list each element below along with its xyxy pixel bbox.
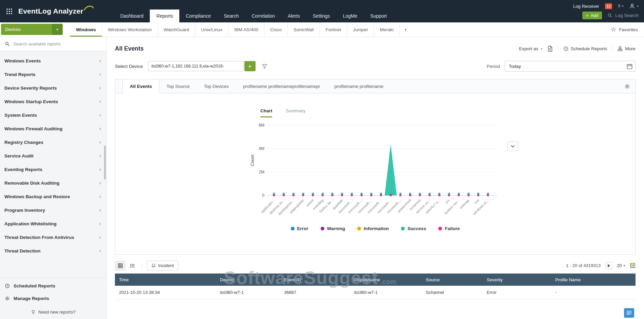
legend-dot-failure [438,227,442,230]
sidebar-item-windows-firewall-auditing[interactable]: Windows Firewall Auditing› [0,122,106,135]
sidebar-item-threat-detection-from-antivirus[interactable]: Threat Detection From Antivirus› [0,230,106,244]
nav-item-correlation[interactable]: Correlation [245,10,281,22]
scheduled-reports-link[interactable]: Scheduled Reports [0,280,106,292]
report-tab-top-devices[interactable]: Top Devices [197,79,236,93]
view-tab-summary[interactable]: Summary [286,108,305,117]
report-search [0,37,106,51]
column-header-source[interactable]: Source [422,274,483,286]
report-search-input[interactable] [13,41,102,46]
sidebar-item-label: Program Inventory [4,208,45,213]
next-page-button[interactable] [605,262,612,269]
notification-badge[interactable]: 13 [605,3,612,9]
sidebar-item-threat-detection[interactable]: Threat Detection› [0,244,106,258]
nav-item-alerts[interactable]: Alerts [281,10,306,22]
device-tab-meraki[interactable]: Meraki [374,22,400,37]
column-header-event-id[interactable]: Event ID [280,274,350,286]
device-tab-windows[interactable]: Windows [70,22,102,37]
period-value: Today [509,64,521,69]
device-tab-cisco[interactable]: Cisco [264,22,287,37]
export-document-icon[interactable] [547,46,553,52]
column-header-profile-name[interactable]: Profile Name [551,274,636,286]
legend-label: Failure [445,226,460,231]
sidebar-item-windows-events[interactable]: Windows Events› [0,54,106,68]
device-tab-sonicwall[interactable]: SonicWall [287,22,320,37]
table-cell: itsl360-w7-1 [350,286,422,299]
column-settings-icon[interactable] [630,263,636,268]
add-device-button[interactable]: + [244,61,256,71]
list-view-button[interactable] [127,261,138,270]
device-tab-unix-linux[interactable]: Unix/Linux [195,22,228,37]
legend-item-information[interactable]: Information [357,226,389,231]
favorites-button[interactable]: Favorites [611,22,644,37]
nav-item-reports[interactable]: Reports [150,10,179,22]
select-device-label: Select Device [115,64,143,69]
sidebar-item-removable-disk-auditing[interactable]: Removable Disk Auditing› [0,176,106,190]
log-receiver-link[interactable]: Log Receiver [573,4,599,9]
device-tab-ibm-as-400[interactable]: IBM AS/400 [228,22,264,37]
chat-button[interactable] [624,308,634,318]
add-button[interactable]: + Add [582,12,602,19]
column-header-time[interactable]: Time [115,274,216,286]
legend-item-failure[interactable]: Failure [438,226,460,231]
chevron-down-icon [511,145,515,148]
sidebar-item-application-whitelisting[interactable]: Application Whitelisting› [0,217,106,230]
filter-funnel-icon[interactable] [262,63,267,69]
sidebar-item-trend-reports[interactable]: Trend Reports› [0,68,106,81]
report-settings-gear-icon[interactable] [624,83,630,89]
table-cell: itsl360-w7-1 [216,286,280,299]
export-as-button[interactable]: Export as ▾ [519,46,542,51]
chart-options-dropdown[interactable] [507,142,518,151]
sidebar-scrollbar[interactable] [104,146,106,180]
devices-dropdown-button[interactable]: Devices ▾ [1,24,63,35]
more-button[interactable]: More [618,46,636,51]
app-launcher-icon[interactable] [0,0,18,22]
legend-item-error[interactable]: Error [291,226,308,231]
clock-icon [5,283,10,288]
legend-item-success[interactable]: Success [401,226,426,231]
select-device-input[interactable] [148,61,243,71]
report-tab-profilename-profilenameprofilenamepr[interactable]: profilename profilenameprofilenamepr [236,79,327,93]
sidebar-item-windows-backup-and-restore[interactable]: Windows Backup and Restore› [0,190,106,203]
sidebar-item-service-audit[interactable]: Service Audit› [0,149,106,163]
column-header-device[interactable]: Device [216,274,280,286]
nav-item-settings[interactable]: Settings [306,10,337,22]
nav-item-search[interactable]: Search [217,10,245,22]
sidebar-item-program-inventory[interactable]: Program Inventory› [0,203,106,217]
help-menu[interactable]: ? ▾ [618,4,624,9]
report-tab-all-events[interactable]: All Events [122,79,159,93]
sidebar-item-device-severity-reports[interactable]: Device Severity Reports› [0,81,106,95]
log-search-button[interactable]: Log Search [607,13,639,18]
sidebar-item-windows-startup-events[interactable]: Windows Startup Events› [0,95,106,108]
view-tab-chart[interactable]: Chart [260,108,272,117]
user-menu[interactable]: ▾ [629,3,639,9]
need-new-reports-link[interactable]: Need new reports? [0,305,106,319]
table-row[interactable]: 2021-10-20 13:38:34itsl360-w7-136887itsl… [115,286,636,299]
nav-item-dashboard[interactable]: Dashboard [114,10,150,22]
column-header-displayname[interactable]: DisplayName [350,274,422,286]
period-select[interactable]: Today [505,61,636,72]
calendar-icon[interactable] [626,63,633,70]
device-tabs-more-button[interactable]: ▾ [399,22,411,37]
manage-reports-link[interactable]: Manage Reports [0,292,106,305]
device-tab-windows-workstation[interactable]: Windows Workstation [102,22,158,37]
page-size-select[interactable]: 20 ▾ [617,263,625,268]
nav-item-logme[interactable]: LogMe [336,10,364,22]
grid-view-button[interactable] [115,261,125,270]
schedule-reports-button[interactable]: Schedule Reports [563,46,607,51]
device-tab-fortinet[interactable]: Fortinet [320,22,347,37]
report-tab-top-source[interactable]: Top Source [159,79,197,93]
nav-item-support[interactable]: Support [364,10,393,22]
nav-item-compliance[interactable]: Compliance [179,10,217,22]
device-tab-watchguard[interactable]: WatchGuard [158,22,195,37]
column-header-severity[interactable]: Severity [483,274,551,286]
results-table: TimeDeviceEvent IDDisplayNameSourceSever… [115,274,636,300]
sidebar-item-registry-changes[interactable]: Registry Changes› [0,135,106,149]
sidebar-item-eventlog-reports[interactable]: Eventlog Reports› [0,163,106,176]
report-tab-profilename-profilename[interactable]: profilename profilename [327,79,391,93]
legend-item-warning[interactable]: Warning [321,226,345,231]
incident-button[interactable]: Incident [147,261,178,270]
chevron-right-icon: › [99,126,101,132]
sidebar-item-system-events[interactable]: System Events› [0,108,106,122]
device-tab-juniper[interactable]: Juniper [347,22,374,37]
chevron-down-icon[interactable]: ▾ [52,24,63,35]
